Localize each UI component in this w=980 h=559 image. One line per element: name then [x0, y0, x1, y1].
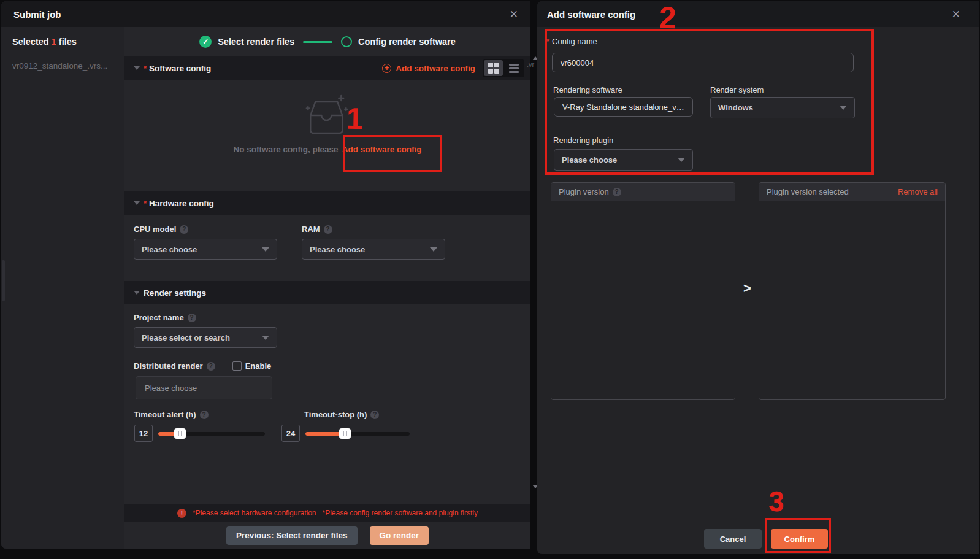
timeout-alert-slider[interactable] [158, 432, 265, 436]
collapse-arrow-icon[interactable] [134, 201, 140, 205]
render-system-value: Windows [718, 103, 753, 112]
warning-icon: ! [177, 509, 186, 518]
go-render-button[interactable]: Go render [370, 526, 429, 545]
timeout-stop-label: Timeout-stop (h) ? [304, 410, 379, 419]
close-icon[interactable]: ✕ [952, 9, 960, 20]
selected-count: 1 [52, 37, 56, 47]
rendering-plugin-select[interactable]: Please choose [554, 149, 693, 171]
close-icon[interactable]: ✕ [510, 9, 518, 20]
help-icon[interactable]: ? [613, 188, 621, 196]
help-icon[interactable]: ? [180, 225, 188, 234]
required-mark: * [546, 37, 549, 46]
transfer-right-icon[interactable]: > [743, 280, 751, 296]
rendering-plugin-value: Please choose [562, 155, 617, 164]
distributed-render-select: Please choose [136, 376, 272, 399]
plugin-version-list-header: Plugin version ? [551, 183, 735, 201]
timeout-alert-label: Timeout alert (h) ? [134, 410, 209, 419]
app-root: Submit job ✕ Selected 1 files vr0912_sta… [0, 0, 980, 559]
project-name-select[interactable]: Please select or search [134, 327, 277, 348]
project-name-value: Please select or search [142, 333, 230, 342]
hardware-config-header: * Hardware config [124, 191, 530, 215]
add-software-config-button[interactable]: + Add software config [382, 64, 475, 73]
submit-job-modal: Submit job ✕ Selected 1 files vr0912_sta… [1, 1, 530, 549]
view-mode-toggle [483, 59, 524, 77]
list-item-file[interactable]: vr0912_standalone_.vrs... [12, 61, 118, 71]
sidebar-scrollbar[interactable] [2, 260, 5, 301]
slider-handle[interactable] [174, 428, 186, 439]
selected-files-title: Selected 1 files [12, 37, 77, 47]
rendering-software-input[interactable]: V-Ray Standalone standalone_vray6... [554, 97, 693, 117]
cpu-model-select[interactable]: Please choose [134, 239, 277, 260]
config-name-label: * Config name [546, 37, 597, 46]
rendering-plugin-label: Rendering plugin [553, 136, 613, 145]
background-text-fragment: .vr [527, 61, 534, 68]
help-icon[interactable]: ? [207, 362, 215, 371]
empty-state-text: No software config, please Add software … [124, 145, 530, 154]
enable-checkbox[interactable] [232, 361, 242, 371]
add-software-config-label: Add software config [396, 64, 475, 73]
selected-files-sidebar: Selected 1 files vr0912_standalone_.vrs.… [1, 27, 124, 549]
validation-warning-bar: ! *Please select hardware configuration … [124, 504, 530, 522]
chevron-down-icon [262, 247, 269, 252]
grid-view-icon [488, 63, 499, 74]
help-icon[interactable]: ? [200, 411, 209, 419]
step1-label: Select render files [218, 37, 294, 47]
render-system-label: Render system [710, 85, 764, 94]
help-icon[interactable]: ? [188, 314, 196, 322]
selected-suffix: files [59, 37, 77, 47]
submit-job-titlebar: Submit job ✕ [1, 1, 530, 27]
render-system-select[interactable]: Windows [710, 97, 855, 118]
remove-all-link[interactable]: Remove all [898, 187, 938, 196]
step-connector [303, 41, 332, 43]
collapse-arrow-icon[interactable] [134, 291, 140, 295]
add-config-titlebar: Add software config ✕ [537, 1, 979, 27]
config-name-value: vr600004 [561, 58, 594, 67]
confirm-button[interactable]: Confirm [771, 529, 828, 549]
step-done-icon: ✓ [199, 36, 212, 48]
warning-message-1: *Please select hardware configuration [193, 509, 316, 517]
timeout-stop-slider[interactable] [305, 432, 410, 436]
cpu-model-value: Please choose [142, 245, 197, 254]
annotation-number-1: 1 [346, 104, 364, 134]
annotation-number-3: 3 [768, 487, 784, 515]
hardware-config-body: CPU model ? Please choose RAM ? [124, 215, 530, 281]
collapse-arrow-icon[interactable] [134, 66, 140, 70]
distributed-render-row: Distributed render ? Enable [134, 361, 271, 371]
step-current-icon [341, 36, 352, 47]
config-name-input[interactable]: vr600004 [552, 53, 854, 72]
slider-handle[interactable] [339, 428, 351, 439]
list-view-button[interactable] [504, 60, 523, 76]
slider-fill [305, 432, 344, 436]
plus-circle-icon: + [382, 64, 391, 73]
selected-prefix: Selected [12, 37, 49, 47]
project-name-label: Project name ? [134, 313, 277, 322]
distributed-render-value: Please choose [145, 384, 197, 393]
submit-job-body: Selected 1 files vr0912_standalone_.vrs.… [1, 27, 530, 549]
help-icon[interactable]: ? [324, 225, 332, 234]
software-config-header: * Software config + Add software config [124, 56, 530, 80]
chevron-down-icon [840, 106, 847, 110]
add-config-title: Add software config [547, 9, 635, 20]
plugin-selected-label: Plugin version selected [767, 187, 849, 196]
timeout-alert-value[interactable]: 12 [134, 425, 153, 442]
warning-message-2: *Please config render software and plugi… [322, 509, 477, 517]
add-software-config-modal: Add software config ✕ 2 * Config name vr… [537, 1, 979, 554]
enable-label: Enable [245, 361, 272, 371]
ram-select[interactable]: Please choose [302, 239, 445, 260]
submit-job-footer: Previous: Select render files Go render [124, 522, 530, 549]
ram-value: Please choose [310, 245, 365, 254]
annotation-number-2: 2 [659, 2, 677, 33]
cancel-button[interactable]: Cancel [704, 529, 762, 549]
submit-job-title: Submit job [13, 9, 61, 20]
submit-job-main: ✓ Select render files Config render soft… [124, 27, 530, 549]
ram-label: RAM ? [302, 225, 445, 234]
previous-step-button[interactable]: Previous: Select render files [226, 526, 358, 545]
grid-view-button[interactable] [484, 60, 503, 76]
software-config-empty-state: No software config, please Add software … [124, 80, 530, 191]
timeout-stop-value[interactable]: 24 [281, 425, 300, 442]
empty-inbox-icon [300, 92, 353, 139]
chevron-down-icon [262, 336, 269, 340]
list-view-icon [509, 64, 519, 73]
step2-label: Config render software [358, 37, 456, 47]
help-icon[interactable]: ? [370, 411, 379, 419]
